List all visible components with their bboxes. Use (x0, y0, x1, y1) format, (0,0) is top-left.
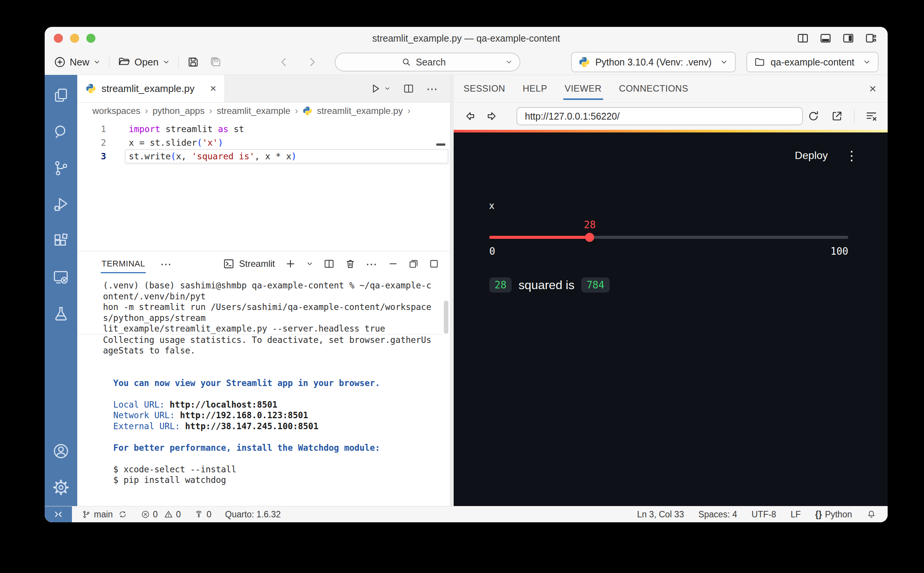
terminal-more-icon[interactable]: ⋯ (366, 257, 378, 271)
breadcrumb-item[interactable]: workspaces (93, 106, 141, 116)
folder-icon (754, 56, 766, 68)
breadcrumb-item[interactable]: streamlit_example (216, 106, 290, 116)
tab-help[interactable]: HELP (522, 83, 547, 94)
maximize-panel-icon[interactable] (429, 258, 439, 269)
slider-track[interactable] (489, 236, 848, 239)
cursor-position-status[interactable]: Ln 3, Col 33 (637, 509, 684, 520)
chevron-down-icon (720, 58, 728, 66)
navigate-back-icon[interactable] (463, 110, 476, 123)
terminal-line: Collecting usage statistics. To deactiva… (77, 334, 442, 346)
error-icon (141, 510, 150, 519)
write-output: 28 squared is 784 (489, 277, 888, 293)
status-bar: main 0 0 0 Quarto: 1.6.32 Ln 3, Col 33 S… (45, 506, 888, 522)
code-line[interactable]: 2x = st.slider('x') (77, 136, 450, 149)
open-button[interactable]: Open (118, 56, 170, 69)
tab-streamlit-example[interactable]: streamlit_example.py × (77, 75, 225, 102)
trash-icon[interactable] (345, 258, 356, 269)
app-menu-icon[interactable]: ⋮ (845, 149, 858, 162)
git-branch-status[interactable]: main (82, 509, 127, 520)
open-external-icon[interactable] (830, 110, 843, 123)
terminal-line: hon -m streamlit run /Users/sashimi/qa-e… (103, 302, 442, 313)
terminal-line: $ pip install watchdog (103, 474, 442, 485)
navigate-forward-icon[interactable] (485, 110, 498, 123)
console-session-icon[interactable] (52, 268, 70, 286)
split-editor-icon[interactable] (403, 83, 414, 94)
project-selector[interactable]: qa-example-content (747, 52, 879, 72)
close-panel-icon[interactable]: × (869, 83, 876, 95)
encoding-status[interactable]: UTF-8 (751, 509, 776, 520)
indentation-status[interactable]: Spaces: 4 (698, 509, 737, 520)
editor-more-actions-icon[interactable]: ⋯ (427, 82, 439, 96)
split-terminal-icon[interactable] (323, 258, 335, 269)
save-icon[interactable] (187, 56, 199, 68)
search-input[interactable]: Search (335, 53, 520, 72)
terminal-header: TERMINAL ⋯ Streamlit ⋯ (77, 251, 450, 276)
reload-icon[interactable] (807, 110, 820, 123)
tab-close-icon[interactable]: × (210, 83, 216, 94)
python-file-icon (303, 106, 312, 116)
quarto-status[interactable]: Quarto: 1.6.32 (225, 509, 281, 520)
history-back-icon[interactable] (279, 57, 289, 67)
eol-status[interactable]: LF (791, 509, 801, 520)
deploy-button[interactable]: Deploy (795, 149, 828, 161)
minimize-window-button[interactable] (70, 34, 79, 43)
tab-viewer[interactable]: VIEWER (565, 83, 602, 94)
explorer-icon[interactable] (52, 87, 70, 104)
run-file-button[interactable] (370, 83, 391, 94)
breadcrumb-item[interactable]: streamlit_example.py (317, 106, 403, 116)
toggle-bottom-panel-icon[interactable] (819, 32, 831, 44)
testing-beaker-icon[interactable] (52, 305, 70, 322)
streamlit-decoration-bar (454, 130, 888, 133)
close-window-button[interactable] (54, 34, 63, 43)
slider-widget: x 28 0 100 (489, 200, 848, 257)
tab-session[interactable]: SESSION (463, 83, 505, 94)
slider-knob[interactable] (585, 233, 594, 242)
tab-connections[interactable]: CONNECTIONS (619, 83, 689, 94)
problems-status[interactable]: 0 0 (141, 509, 181, 520)
terminal-line: For better performance, install the Watc… (103, 442, 442, 453)
clear-viewer-icon[interactable] (865, 110, 878, 123)
code-line[interactable]: 1import streamlit as st (77, 122, 450, 136)
terminal-panel-tab[interactable]: TERMINAL (102, 259, 145, 269)
extensions-icon[interactable] (52, 232, 70, 249)
toolbar: New Open Search Python 3.10.4 (Ven (45, 50, 888, 75)
remote-indicator[interactable] (45, 506, 72, 522)
zoom-window-button[interactable] (86, 34, 96, 43)
terminal-scrollbar[interactable] (444, 301, 449, 334)
save-all-icon[interactable] (209, 56, 222, 69)
code-editor[interactable]: 1import streamlit as st2x = st.slider('x… (77, 119, 450, 251)
slider-fill (489, 236, 590, 239)
panel-more-icon[interactable]: ⋯ (160, 257, 172, 271)
ports-status[interactable]: 0 (194, 509, 211, 520)
panel-resize-handle[interactable] (450, 75, 454, 506)
language-mode-status[interactable]: {} Python (815, 509, 852, 520)
toggle-right-panel-icon[interactable] (842, 32, 854, 44)
restore-panel-icon[interactable] (408, 258, 419, 269)
terminal-line (103, 356, 442, 367)
terminal-shell-selector[interactable]: Streamlit (223, 258, 275, 269)
custom-layout-icon[interactable] (865, 32, 877, 44)
url-input[interactable]: http://127.0.0.1:56220/ (516, 107, 803, 125)
search-sidebar-icon[interactable] (52, 123, 70, 141)
new-terminal-icon[interactable] (285, 258, 296, 269)
interpreter-selector[interactable]: Python 3.10.4 (Venv: .venv) (571, 52, 736, 72)
toggle-left-panel-icon[interactable] (797, 32, 809, 44)
minimize-panel-icon[interactable] (388, 258, 398, 269)
history-forward-icon[interactable] (307, 57, 317, 67)
notifications-bell-icon[interactable] (866, 509, 876, 519)
new-button[interactable]: New (54, 56, 101, 68)
settings-gear-icon[interactable] (52, 479, 70, 496)
warning-icon (164, 510, 173, 519)
code-line[interactable]: 3st.write(x, 'squared is', x * x) (77, 149, 450, 163)
terminal-line (103, 453, 442, 464)
account-icon[interactable] (52, 442, 70, 460)
terminal-line (103, 367, 442, 378)
search-icon (402, 57, 411, 67)
breadcrumb-item[interactable]: python_apps (153, 106, 204, 116)
source-control-icon[interactable] (52, 159, 70, 177)
chevron-down-icon[interactable] (306, 260, 314, 268)
terminal-output[interactable]: (.venv) (base) sashimi@shmbp qa-example-… (77, 276, 450, 506)
slider-min: 0 (489, 246, 495, 257)
terminal-line: You can now view your Streamlit app in y… (103, 378, 442, 389)
run-debug-icon[interactable] (52, 196, 70, 213)
